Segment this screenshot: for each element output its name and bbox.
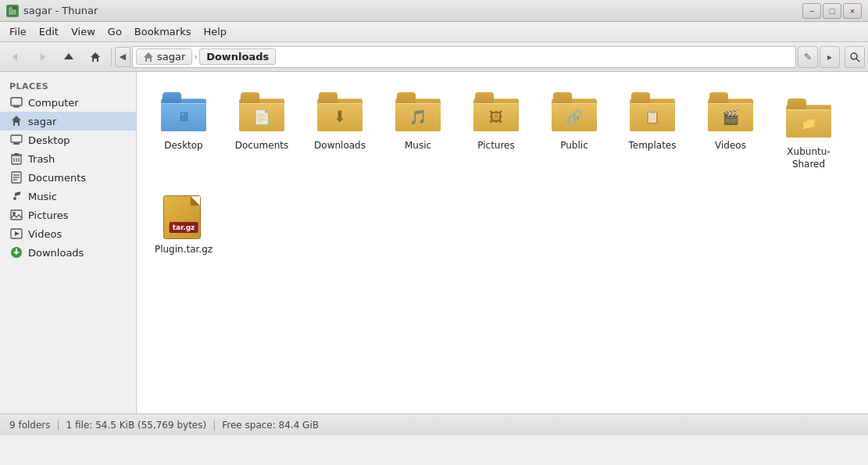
pictures-icon [9, 208, 23, 222]
breadcrumb-home[interactable]: sagar [136, 48, 192, 65]
svg-rect-17 [14, 153, 19, 155]
downloads-icon [9, 245, 23, 259]
menu-bookmarks[interactable]: Bookmarks [128, 23, 198, 40]
file-item-public[interactable]: 🔗 Public [537, 81, 612, 176]
forward-button[interactable] [30, 45, 55, 69]
downloads-folder-icon: ⬇ [315, 87, 365, 137]
downloads-label: Downloads [314, 140, 366, 152]
status-folders-count: 9 folders [9, 420, 51, 431]
main-container: Places Computer sagar Desktop [0, 72, 868, 413]
sidebar-item-downloads[interactable]: Downloads [0, 243, 136, 262]
svg-rect-13 [11, 135, 22, 142]
close-button[interactable]: × [843, 3, 862, 19]
menu-view[interactable]: View [65, 23, 102, 40]
sidebar-label-desktop: Desktop [28, 134, 70, 146]
menu-help[interactable]: Help [197, 23, 233, 40]
desktop-folder-icon: 🖥 [159, 87, 209, 137]
status-free-space: Free space: 84.4 GiB [222, 420, 319, 431]
file-item-documents[interactable]: 📄 Documents [224, 81, 299, 176]
file-item-pictures[interactable]: 🖼 Pictures [459, 81, 534, 176]
home-button[interactable] [83, 45, 108, 69]
toolbar: ◀ sagar › Downloads ✎ ▸ [0, 42, 868, 72]
xubuntu-folder-icon: 📁 [784, 93, 834, 143]
sidebar-item-documents[interactable]: Documents [0, 168, 136, 187]
file-item-music[interactable]: 🎵 Music [380, 81, 455, 176]
toolbar-separator [111, 48, 112, 66]
file-item-downloads[interactable]: ⬇ Downloads [302, 81, 377, 176]
videos-label: Videos [715, 140, 746, 152]
svg-marker-28 [15, 231, 20, 236]
sidebar-label-computer: Computer [28, 97, 79, 109]
status-sep1: | [57, 420, 60, 431]
sidebar-item-music[interactable]: Music [0, 187, 136, 206]
sidebar-item-desktop[interactable]: Desktop [0, 131, 136, 149]
minimize-button[interactable]: − [802, 3, 821, 19]
pictures-folder-icon: 🖼 [471, 87, 521, 137]
menu-go[interactable]: Go [102, 23, 128, 40]
templates-folder-icon: 📋 [627, 87, 677, 137]
sidebar: Places Computer sagar Desktop [0, 72, 137, 413]
sidebar-item-videos[interactable]: Videos [0, 224, 136, 243]
window-controls: − □ × [802, 3, 862, 19]
svg-marker-5 [64, 53, 73, 59]
svg-rect-31 [16, 249, 17, 252]
svg-rect-14 [13, 143, 20, 145]
search-button[interactable] [845, 46, 865, 68]
computer-icon [9, 95, 23, 109]
status-sep2: | [213, 420, 216, 431]
sidebar-label-pictures: Pictures [28, 209, 68, 221]
file-item-plugin-targz[interactable]: tar.gz Plugin.tar.gz [146, 185, 221, 262]
file-item-templates[interactable]: 📋 Templates [615, 81, 690, 176]
desktop-icon [9, 133, 23, 147]
music-label: Music [405, 140, 431, 152]
svg-rect-25 [11, 210, 22, 220]
file-item-xubuntu-shared[interactable]: 📁 Xubuntu-Shared [771, 88, 846, 176]
templates-label: Templates [628, 140, 676, 152]
breadcrumb-current[interactable]: Downloads [199, 48, 276, 65]
status-file-info: 1 file: 54.5 KiB (55,769 bytes) [66, 420, 207, 431]
path-overflow-button[interactable]: ▸ [820, 46, 840, 68]
music-icon [9, 189, 23, 203]
svg-marker-6 [91, 52, 100, 62]
svg-line-9 [856, 59, 859, 62]
videos-icon [9, 227, 23, 241]
up-button[interactable] [56, 45, 81, 69]
file-item-videos[interactable]: 🎬 Videos [693, 81, 768, 176]
home-icon [9, 114, 23, 128]
app-icon [6, 5, 19, 17]
svg-rect-1 [9, 9, 16, 15]
desktop-label: Desktop [164, 140, 203, 152]
documents-folder-icon: 📄 [237, 87, 287, 137]
xubuntu-shared-label: Xubuntu-Shared [775, 146, 842, 170]
music-folder-icon: 🎵 [393, 87, 443, 137]
sidebar-item-pictures[interactable]: Pictures [0, 206, 136, 224]
sidebar-item-sagar[interactable]: sagar [0, 112, 136, 131]
public-label: Public [560, 140, 588, 152]
documents-icon [9, 170, 23, 184]
sidebar-item-trash[interactable]: Trash [0, 149, 136, 168]
statusbar: 9 folders | 1 file: 54.5 KiB (55,769 byt… [0, 413, 868, 435]
maximize-button[interactable]: □ [823, 3, 841, 19]
sidebar-label-videos: Videos [28, 228, 62, 240]
menubar: File Edit View Go Bookmarks Help [0, 22, 868, 42]
file-grid: 🖥 Desktop 📄 Documents [146, 81, 859, 262]
file-item-desktop[interactable]: 🖥 Desktop [146, 81, 221, 176]
sidebar-label-music: Music [28, 191, 57, 202]
svg-point-8 [851, 53, 857, 59]
path-edit-button[interactable]: ✎ [798, 46, 818, 68]
menu-edit[interactable]: Edit [33, 23, 65, 40]
sidebar-label-downloads: Downloads [28, 247, 84, 259]
pictures-label: Pictures [477, 140, 515, 152]
titlebar: sagar - Thunar − □ × [0, 0, 868, 22]
breadcrumb-nav-left[interactable]: ◀ [115, 47, 130, 67]
sidebar-label-sagar: sagar [28, 116, 56, 127]
content-area: 🖥 Desktop 📄 Documents [137, 72, 868, 413]
window-title: sagar - Thunar [23, 5, 98, 16]
back-button[interactable] [3, 45, 28, 69]
videos-folder-icon: 🎬 [705, 87, 755, 137]
menu-file[interactable]: File [3, 23, 33, 40]
sidebar-item-computer[interactable]: Computer [0, 93, 136, 112]
sidebar-section-places: Places [0, 78, 136, 93]
plugin-targz-label: Plugin.tar.gz [155, 244, 213, 256]
trash-icon [9, 152, 23, 166]
